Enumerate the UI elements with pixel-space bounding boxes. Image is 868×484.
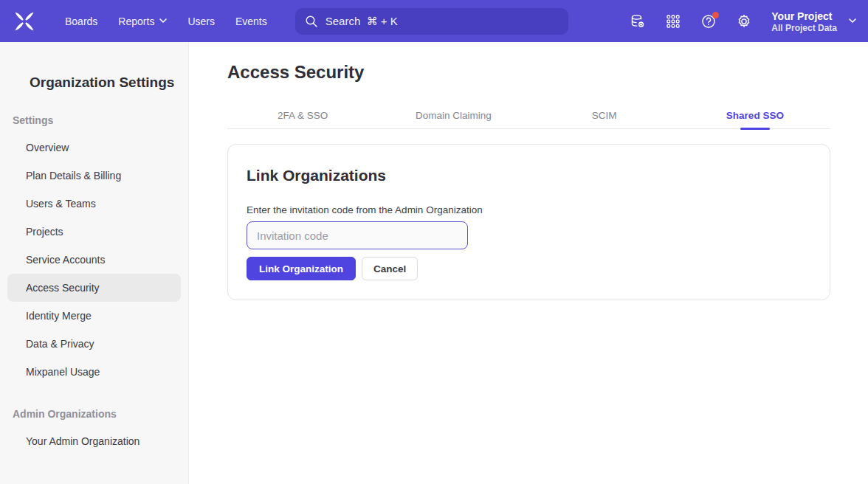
sidebar-item-your-admin-organization[interactable]: Your Admin Organization (7, 427, 181, 455)
page-title: Access Security (227, 62, 868, 83)
help-icon[interactable] (700, 13, 717, 30)
nav-item-boards[interactable]: Boards (55, 0, 108, 42)
access-security-tabs: 2FA & SSO Domain Claiming SCIM Shared SS… (227, 102, 830, 129)
mixpanel-logo-icon[interactable] (13, 10, 35, 32)
settings-sidebar: Organization Settings Settings Overview … (0, 42, 189, 484)
top-navigation-bar: Boards Reports Users Events (0, 0, 868, 42)
nav-item-label: Reports (118, 15, 154, 27)
chevron-down-icon (159, 18, 167, 24)
active-tab-underline (740, 128, 770, 130)
link-organizations-card: Link Organizations Enter the invitation … (227, 144, 830, 300)
nav-icon-group (630, 13, 752, 30)
sidebar-section-admin-organizations: Admin Organizations (13, 408, 188, 420)
card-title: Link Organizations (247, 167, 806, 184)
project-name: Your Project (771, 10, 837, 23)
sidebar-item-service-accounts[interactable]: Service Accounts (7, 246, 181, 274)
nav-item-users[interactable]: Users (177, 0, 225, 42)
tab-domain-claiming[interactable]: Domain Claiming (378, 102, 528, 128)
sidebar-item-overview[interactable]: Overview (7, 134, 181, 162)
sidebar-item-access-security[interactable]: Access Security (7, 274, 181, 302)
invitation-code-label: Enter the invitation code from the Admin… (247, 204, 806, 215)
sidebar-item-data-privacy[interactable]: Data & Privacy (7, 330, 181, 358)
primary-nav: Boards Reports Users Events (55, 0, 278, 42)
data-management-icon[interactable] (630, 13, 646, 30)
sidebar-item-identity-merge[interactable]: Identity Merge (7, 302, 181, 330)
tab-shared-sso[interactable]: Shared SSO (680, 102, 830, 128)
tab-scim[interactable]: SCIM (529, 102, 680, 128)
invitation-code-input[interactable] (247, 221, 468, 249)
main-content: Access Security 2FA & SSO Domain Claimin… (190, 42, 868, 484)
card-actions: Link Organization Cancel (247, 257, 806, 280)
sidebar-item-plan-details-billing[interactable]: Plan Details & Billing (7, 162, 181, 190)
global-search[interactable] (295, 8, 568, 35)
notification-dot (712, 12, 719, 18)
cancel-button[interactable]: Cancel (362, 257, 418, 280)
link-organization-button[interactable]: Link Organization (247, 257, 356, 280)
nav-item-events[interactable]: Events (225, 0, 278, 42)
chevron-down-icon (849, 18, 856, 24)
settings-gear-icon[interactable] (736, 13, 752, 30)
nav-item-label: Events (235, 15, 267, 27)
nav-item-reports[interactable]: Reports (108, 0, 177, 42)
project-labels: Your Project All Project Data (771, 10, 837, 33)
apps-grid-icon[interactable] (665, 13, 681, 30)
sidebar-item-users-teams[interactable]: Users & Teams (7, 190, 181, 218)
sidebar-item-mixpanel-usage[interactable]: Mixpanel Usage (7, 358, 181, 386)
tab-label: Shared SSO (726, 110, 784, 121)
nav-item-label: Users (187, 15, 215, 27)
sidebar-section-settings: Settings (13, 114, 188, 126)
project-data-view: All Project Data (771, 23, 837, 33)
nav-item-label: Boards (65, 15, 97, 27)
sidebar-title: Organization Settings (30, 75, 188, 91)
tab-2fa-sso[interactable]: 2FA & SSO (227, 102, 378, 128)
sidebar-item-projects[interactable]: Projects (7, 218, 181, 246)
search-icon (305, 15, 318, 28)
search-input[interactable] (326, 15, 559, 27)
project-switcher[interactable]: Your Project All Project Data (771, 10, 856, 33)
